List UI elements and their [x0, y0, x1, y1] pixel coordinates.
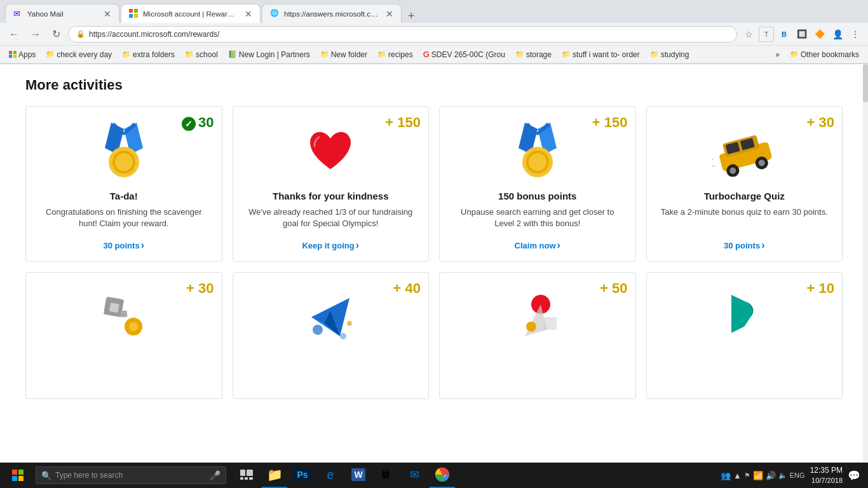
- bookmark-other[interactable]: 📁 Other bookmarks: [786, 49, 863, 60]
- bookmark-apps[interactable]: Apps: [5, 49, 39, 60]
- tab-close-yahoo[interactable]: ✕: [104, 9, 111, 19]
- forward-button[interactable]: →: [27, 27, 44, 41]
- microphone-icon[interactable]: 🎤: [210, 470, 220, 480]
- bottom-card-1[interactable]: + 30: [25, 272, 222, 399]
- notification-icon[interactable]: 💬: [848, 470, 860, 482]
- gear-pieces-icon: [98, 292, 149, 342]
- bookmark-folder-icon-3: 📁: [185, 50, 194, 58]
- bookmark-studying[interactable]: 📁 studying: [646, 49, 693, 60]
- bookmark-check-every-day[interactable]: 📁 check every day: [42, 49, 116, 60]
- tab-close-answers[interactable]: ✕: [386, 9, 393, 19]
- svg-rect-40: [240, 477, 243, 480]
- card4-action[interactable]: 30 points ›: [724, 240, 764, 251]
- check-icon: ✓: [182, 117, 196, 131]
- search-placeholder-text: Type here to search: [55, 471, 123, 480]
- tray-flag-icon[interactable]: ⚑: [744, 471, 750, 480]
- tray-wifi-icon[interactable]: 📶: [753, 471, 763, 480]
- bookmark-new-login[interactable]: 📗 New Login | Partners: [224, 49, 314, 60]
- mail-button[interactable]: ✉: [402, 463, 427, 488]
- card-tada[interactable]: ✓30: [25, 106, 222, 262]
- card2-action[interactable]: Keep it going ›: [302, 240, 359, 251]
- bcard3-badge: + 50: [600, 280, 627, 297]
- tab-answers[interactable]: 🌐 https://answers.microsoft.com/e ✕: [262, 4, 402, 23]
- svg-rect-41: [245, 477, 248, 480]
- bookmark-extra-label: extra folders: [133, 50, 175, 59]
- taskbar-search-box[interactable]: 🔍 Type here to search 🎤: [36, 466, 226, 484]
- back-button[interactable]: ←: [5, 27, 23, 41]
- bookmark-recipes[interactable]: 📁 recipes: [374, 49, 417, 60]
- medal2-icon: [512, 123, 563, 180]
- svg-point-5: [115, 153, 133, 171]
- bottom-card-4[interactable]: + 10: [646, 272, 843, 399]
- tray-person-icon[interactable]: 👥: [721, 471, 731, 480]
- clock-time: 12:35 PM: [810, 465, 843, 476]
- bookmark-new-folder[interactable]: 📁 New folder: [316, 49, 371, 60]
- new-tab-button[interactable]: +: [403, 10, 420, 23]
- bookmarks-bar: Apps 📁 check every day 📁 extra folders 📁…: [0, 46, 868, 64]
- bookmark-note-icon: 📗: [228, 50, 237, 58]
- tab-close-rewards[interactable]: ✕: [245, 9, 252, 19]
- card3-action[interactable]: Claim now ›: [515, 240, 560, 251]
- calculator-button[interactable]: 🖩: [374, 463, 399, 488]
- bookmark-folder-icon-1: 📁: [46, 50, 55, 58]
- svg-rect-38: [240, 470, 245, 476]
- tray-volume-icon[interactable]: 🔊: [766, 471, 776, 480]
- bookmark-new-login-label: New Login | Partners: [239, 50, 310, 59]
- bottom-card-3[interactable]: + 50: [439, 272, 636, 399]
- word-button[interactable]: W: [346, 463, 371, 488]
- bookmark-stuff[interactable]: 📁 stuff i want to- order: [558, 49, 644, 60]
- bottom-card-2[interactable]: + 40: [233, 272, 430, 399]
- tab-title-rewards: Microsoft account | Rewards Das: [143, 10, 238, 18]
- medal-icon: [98, 123, 149, 180]
- svg-rect-37: [544, 317, 557, 330]
- profile-icon[interactable]: 👤: [830, 27, 845, 42]
- refresh-button[interactable]: ↻: [48, 27, 64, 41]
- star-icon[interactable]: ☆: [741, 27, 756, 42]
- tray-lang[interactable]: ENG: [790, 471, 805, 479]
- browser-chrome: ✉ Yahoo Mail ✕ Microsoft account | Rewar…: [0, 0, 868, 64]
- tray-speaker-icon[interactable]: 🔈: [778, 471, 787, 480]
- tab-ms-rewards[interactable]: Microsoft account | Rewards Das ✕: [121, 4, 261, 23]
- card-quiz[interactable]: + 30: [646, 106, 843, 262]
- address-bar[interactable]: 🔒 https://account.microsoft.com/rewards/: [68, 26, 737, 43]
- card-kindness[interactable]: + 150 Thanks for your kindness We've alr…: [233, 106, 430, 262]
- start-button[interactable]: [3, 463, 33, 488]
- bookmark-studying-label: studying: [661, 50, 689, 59]
- task-view-button[interactable]: [234, 463, 259, 488]
- bookmark-folder-icon-9: 📁: [790, 50, 799, 58]
- bookmark-folder-icon-7: 📁: [562, 50, 571, 58]
- photoshop-button[interactable]: Ps: [290, 463, 315, 488]
- system-clock[interactable]: 12:35 PM 10/7/2018: [810, 465, 843, 485]
- system-tray: 👥 ▲ ⚑ 📶 🔊 🔈 ENG 12:35 PM 10/7/2018 💬: [715, 465, 865, 485]
- card1-image: [92, 119, 156, 183]
- bookmark-more-button[interactable]: »: [771, 49, 783, 60]
- card1-action[interactable]: 30 points ›: [104, 240, 144, 251]
- toolbar-icon-4[interactable]: 🔶: [812, 27, 827, 42]
- car-icon: [712, 126, 776, 177]
- edge-button[interactable]: e: [318, 463, 343, 488]
- card-bonus[interactable]: + 150 150 bonus points Unpause search ea…: [439, 106, 636, 262]
- bcard1-badge: + 30: [186, 280, 214, 297]
- svg-point-33: [347, 321, 352, 326]
- page-content: More activities ✓30: [0, 64, 868, 463]
- bookmark-storage[interactable]: 📁 storage: [512, 49, 555, 60]
- bookmark-folder-icon-2: 📁: [122, 50, 131, 58]
- file-explorer-button[interactable]: 📁: [262, 463, 287, 488]
- bookmark-stuff-label: stuff i want to- order: [573, 50, 640, 59]
- chrome-button[interactable]: [430, 463, 455, 488]
- bookmark-folder-icon-4: 📁: [320, 50, 329, 58]
- bookmark-extra-folders[interactable]: 📁 extra folders: [118, 49, 179, 60]
- card2-desc: We've already reached 1/3 of our fundrai…: [243, 207, 419, 229]
- paper-plane-icon: [305, 292, 356, 342]
- menu-icon[interactable]: ⋮: [848, 27, 863, 42]
- toolbar-icon-2[interactable]: B: [776, 27, 792, 42]
- svg-rect-39: [247, 470, 253, 476]
- toolbar-icon-3[interactable]: 🔲: [794, 27, 810, 42]
- tray-network-icon[interactable]: ▲: [733, 471, 742, 480]
- toolbar-icon-1[interactable]: T: [759, 27, 774, 42]
- svg-point-36: [526, 322, 536, 332]
- tab-yahoo-mail[interactable]: ✉ Yahoo Mail ✕: [5, 4, 119, 23]
- bookmark-sdev[interactable]: G SDEV 265-00C (Grou: [419, 48, 509, 60]
- bookmark-new-folder-label: New folder: [331, 50, 367, 59]
- bookmark-school[interactable]: 📁 school: [181, 49, 222, 60]
